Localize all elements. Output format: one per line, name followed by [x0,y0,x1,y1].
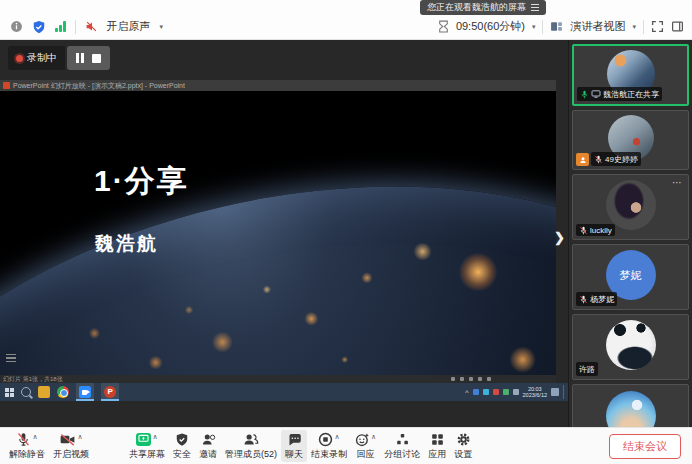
side-panel-icon[interactable] [671,20,684,33]
info-icon[interactable] [10,20,23,33]
video-options-icon[interactable]: ∧ [77,433,82,441]
tray-icon[interactable] [503,389,509,395]
original-sound-label[interactable]: 开启原声 [107,19,151,34]
original-sound-caret-icon[interactable]: ▾ [160,23,164,31]
ppt-slide: 1·分享 魏浩航 幻灯片 第1张，共18张 [0,91,556,383]
taskbar-search-icon[interactable] [21,387,31,397]
start-video-button[interactable]: ∧ 开启视频 [49,430,93,462]
slideshow-status-bar: 幻灯片 第1张，共18张 [0,375,556,383]
participant-name: 许路 [579,364,595,375]
participant-label: 49史婷婷 [591,152,641,166]
apps-button[interactable]: 应用 [424,430,450,462]
pause-recording-icon[interactable] [76,53,84,63]
mic-options-icon[interactable]: ∧ [32,433,37,441]
settings-button[interactable]: 设置 [450,430,476,462]
participant-tile[interactable]: ⋯ luckily [572,174,689,240]
chrome-icon[interactable] [57,386,69,398]
end-meeting-button[interactable]: 结束会议 [609,434,681,459]
invite-icon [201,432,216,447]
start-button-icon[interactable] [5,388,14,397]
banner-menu-icon[interactable] [531,4,539,11]
layout-icon [550,20,563,33]
participant-tile[interactable] [572,384,689,427]
taskbar-app-icon[interactable] [38,386,50,398]
divider [542,20,543,34]
members-icon [243,432,259,447]
ppt-window-title: PowerPoint 幻灯片放映 - [演示文稿2.pptx] - PowerP… [13,81,185,91]
camera-off-icon [59,432,76,447]
taskbar-date: 2023/6/12 [523,392,547,399]
mic-on-icon [580,90,589,99]
slide-counter: 幻灯片 第1张，共18张 [3,375,63,384]
slideshow-menu-icon[interactable] [6,352,16,365]
powerpoint-taskbar-icon [104,386,116,398]
mic-muted-icon [579,295,588,304]
reactions-options-icon[interactable]: ∧ [371,433,376,441]
mic-muted-icon [594,155,603,164]
invite-button[interactable]: 邀请 [195,430,221,462]
participant-tile-sharing[interactable]: 魏浩航正在共享 [572,44,689,106]
powerpoint-icon [3,82,10,89]
breakout-label: 分组讨论 [384,448,420,461]
shared-screen-area: 录制中 PowerPoint 幻灯片放映 - [演示文稿2.pptx] - Po… [0,40,568,427]
more-options-icon[interactable]: ⋯ [672,177,683,188]
powerpoint-taskbar[interactable] [101,383,119,401]
watching-banner-text: 您正在观看魏浩航的屏幕 [427,1,526,14]
tray-expand-icon[interactable]: ^ [465,389,468,396]
recording-status: 录制中 [8,46,65,70]
security-button[interactable]: 安全 [169,430,195,462]
tray-icon[interactable] [493,389,499,395]
sidebar-collapse-icon[interactable]: ❯ [554,230,565,245]
meeting-app-icon [79,386,91,398]
tray-input-icon[interactable] [551,388,559,396]
view-mode-label[interactable]: 演讲者视图 [570,19,625,34]
share-options-icon[interactable]: ∧ [152,433,157,441]
avatar [606,180,656,230]
participant-label: 魏浩航正在共享 [577,87,662,101]
apps-grid-icon [430,432,445,447]
participant-tile[interactable]: 49史婷婷 [572,110,689,170]
invite-label: 邀请 [199,448,217,461]
participant-tile[interactable]: 梦妮 杨梦妮 [572,244,689,310]
fullscreen-icon[interactable] [651,20,664,33]
reactions-label: 回应 [357,448,375,461]
slide-author: 魏浩航 [95,231,158,257]
breakout-rooms-button[interactable]: 分组讨论 [380,430,424,462]
participant-tile[interactable]: 许路 [572,314,689,380]
top-bar: 您正在观看魏浩航的屏幕 开启原声 ▾ 09:50(60分钟) ▾ [0,0,692,40]
meeting-app-taskbar[interactable] [76,383,94,401]
tray-icon[interactable] [483,389,489,395]
stop-recording-button[interactable]: ∧ 结束录制 [307,430,351,462]
network-signal-icon[interactable] [55,21,66,32]
meeting-timer: 09:50(60分钟) [456,19,525,34]
unmute-button[interactable]: ∧ 解除静音 [5,430,49,462]
avatar [606,320,656,370]
presenter-tools-icons[interactable] [451,377,491,381]
stop-recording-icon[interactable] [92,54,101,63]
meeting-window: 您正在观看魏浩航的屏幕 开启原声 ▾ 09:50(60分钟) ▾ [0,0,692,464]
chat-button[interactable]: 聊天 [281,430,307,462]
share-screen-button[interactable]: ∧ 共享屏幕 [125,430,169,462]
reactions-button[interactable]: ∧ 回应 [351,430,380,462]
timer-caret-icon[interactable]: ▾ [532,23,536,31]
windows-taskbar: ^ 20:03 2023/6/12 [0,383,568,401]
show-desktop-button[interactable] [563,385,566,399]
participant-label: 许路 [576,362,598,376]
top-bar-right: 09:50(60分钟) ▾ 演讲者视图 ▾ [438,19,684,34]
tray-icon[interactable] [473,389,479,395]
participant-name: 49史婷婷 [605,154,638,165]
divider [75,20,76,34]
recording-dot-icon [16,55,23,62]
watching-banner: 您正在观看魏浩航的屏幕 [420,0,546,15]
view-mode-caret-icon[interactable]: ▾ [632,23,636,31]
hand-raised-badge-icon [576,153,589,166]
taskbar-clock[interactable]: 20:03 2023/6/12 [523,386,547,399]
chat-icon [287,432,302,447]
hourglass-icon [438,20,449,33]
shield-check-icon[interactable] [32,20,46,34]
share-screen-label: 共享屏幕 [129,448,165,461]
record-options-icon[interactable]: ∧ [334,433,339,441]
manage-members-button[interactable]: 管理成员(52) [221,430,281,462]
tray-icon[interactable] [513,389,519,395]
settings-label: 设置 [454,448,472,461]
